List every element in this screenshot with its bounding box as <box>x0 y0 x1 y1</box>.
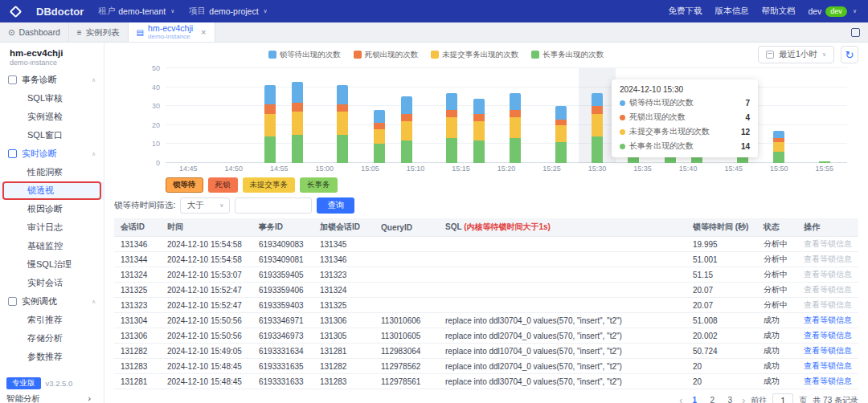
operator-select[interactable]: 大于 ∨ <box>180 197 230 214</box>
tab-active-instance[interactable]: ▤hm-ecv4chjidemo-instance× <box>129 22 215 42</box>
column-header[interactable]: 时间 <box>161 218 252 237</box>
column-header[interactable]: 会话ID <box>114 218 161 237</box>
project-select[interactable]: 项目 demo-project ∨ <box>189 6 267 17</box>
bar-segment <box>773 142 784 152</box>
sidebar-item[interactable]: 参数推荐 <box>0 348 104 366</box>
stacked-bar[interactable] <box>292 82 303 163</box>
cell-sql <box>439 298 686 313</box>
column-header[interactable]: SQL (内核等待锁时间大于1s) <box>439 218 686 237</box>
query-button[interactable]: 查询 <box>317 197 354 214</box>
cell-session_id: 131325 <box>114 283 161 298</box>
page-button[interactable]: 3 <box>723 394 736 403</box>
table-row: 1312822024-12-10 15:49:05619333163413128… <box>114 344 858 359</box>
page-button[interactable]: 1 <box>688 394 701 403</box>
stacked-bar[interactable] <box>592 93 603 163</box>
gridline <box>166 67 847 68</box>
nav-link[interactable]: 版本信息 <box>714 6 748 17</box>
nav-link[interactable]: 帮助文档 <box>761 6 795 17</box>
stacked-bar[interactable] <box>555 106 567 163</box>
column-header[interactable]: QueryID <box>375 218 439 237</box>
stacked-bar[interactable] <box>374 110 385 163</box>
tab-item[interactable]: ≡实例列表 <box>69 22 129 42</box>
next-page-icon[interactable]: › <box>742 395 745 403</box>
cell-status: 成功 <box>757 344 797 359</box>
stacked-bar[interactable] <box>510 93 521 163</box>
legend-item[interactable]: 未提交事务出现的次数 <box>431 50 518 60</box>
filter-chip[interactable]: 长事务 <box>300 177 338 193</box>
sidebar-item[interactable]: 实时会话 <box>0 274 104 292</box>
sidebar-item[interactable]: 索引推荐 <box>0 311 104 329</box>
close-icon[interactable]: × <box>201 27 206 37</box>
view-lock-info-link[interactable]: 查看等锁信息 <box>804 377 852 385</box>
user-menu[interactable]: dev dev ∨ <box>808 6 857 17</box>
view-lock-info-link[interactable]: 查看等锁信息 <box>804 361 852 370</box>
cell-lock_session_id: 131281 <box>313 344 375 359</box>
sidebar-item[interactable]: 存储分析 <box>0 329 104 348</box>
bar-segment <box>555 120 567 125</box>
cell-query_id: 112978561 <box>375 374 439 389</box>
stacked-bar[interactable] <box>337 85 348 163</box>
cell-wait_time: 20.07 <box>686 298 757 313</box>
column-header[interactable]: 加锁会话ID <box>313 218 375 237</box>
column-header[interactable]: 操作 <box>797 218 858 237</box>
stacked-bar[interactable] <box>264 85 276 163</box>
y-axis-label: 20 <box>152 121 160 129</box>
sidebar-section[interactable]: 实时诊断∧ <box>0 145 104 163</box>
sidebar-item[interactable]: 审计日志 <box>0 218 104 237</box>
column-header[interactable]: 事务ID <box>252 218 313 237</box>
prev-page-icon[interactable]: ‹ <box>679 395 682 403</box>
series-dot-icon <box>620 144 625 149</box>
legend-item[interactable]: 长事务出现的次数 <box>531 50 604 60</box>
sidebar-item[interactable]: 基础监控 <box>0 237 104 255</box>
x-axis-labels: 14:4514:5014:5515:0015:0515:1015:1515:20… <box>166 163 847 174</box>
legend-item[interactable]: 死锁出现的次数 <box>354 50 419 60</box>
cell-txn_id: 6193331635 <box>252 359 313 374</box>
view-lock-info-link[interactable]: 查看等锁信息 <box>804 331 852 340</box>
smart-analysis-link[interactable]: 智能分析 › <box>6 393 97 403</box>
page-button[interactable]: 2 <box>706 394 719 403</box>
refresh-button[interactable]: ↻ <box>841 46 858 63</box>
sidebar-item[interactable]: 实例巡检 <box>0 108 104 126</box>
stacked-bar[interactable] <box>446 93 457 163</box>
tooltip-value: 4 <box>746 113 751 122</box>
column-header[interactable]: 状态 <box>757 218 797 237</box>
tenant-select[interactable]: 租户 demo-tenant ∨ <box>98 6 174 17</box>
view-lock-info-link[interactable]: 查看等锁信息 <box>804 346 852 355</box>
bar-segment <box>264 104 276 114</box>
sidebar-item[interactable]: 性能洞察 <box>0 163 104 181</box>
nav-link[interactable]: 免费下载 <box>668 6 702 17</box>
sidebar-section[interactable]: 实例调优∧ <box>0 292 104 311</box>
sidebar-item[interactable]: 慢SQL治理 <box>0 255 104 274</box>
filter-chip[interactable]: 未提交事务 <box>243 177 296 193</box>
sidebar-item[interactable]: 根因诊断 <box>0 200 104 218</box>
filter-value-input[interactable] <box>235 197 312 214</box>
section-label: 事务诊断 <box>22 74 57 86</box>
filter-chip[interactable]: 死锁 <box>208 177 238 193</box>
stacked-bar[interactable] <box>401 96 412 163</box>
bar-segment <box>337 104 348 112</box>
cell-txn_id: 6193346971 <box>252 313 313 328</box>
sidebar-item[interactable]: SQL窗口 <box>0 126 104 145</box>
x-axis-label: 14:50 <box>225 165 244 173</box>
lock-events-chart[interactable]: 2024-12-10 15:30 锁等待出现的次数7死锁出现的次数4未提交事务出… <box>166 68 847 163</box>
bar-segment <box>473 99 485 114</box>
sidebar-item[interactable]: 锁透视 <box>0 181 104 200</box>
tab-item[interactable]: ⊙Dashboard <box>0 22 69 42</box>
goto-page-input[interactable] <box>772 393 793 403</box>
legend-item[interactable]: 锁等待出现的次数 <box>268 50 341 60</box>
cell-sql: replace into ddl20704_0 values(570, "ins… <box>439 328 686 344</box>
sidebar-section[interactable]: 事务诊断∧ <box>0 71 104 89</box>
fullscreen-icon[interactable] <box>851 28 860 37</box>
stacked-bar[interactable] <box>773 131 784 163</box>
cell-query_id: 112978562 <box>375 359 439 374</box>
bar-segment <box>473 121 485 140</box>
stacked-bar[interactable] <box>473 99 485 163</box>
cell-query_id <box>375 237 439 252</box>
view-lock-info-link[interactable]: 查看等锁信息 <box>804 315 852 324</box>
sidebar: hm-ecv4chji demo-instance 事务诊断∧SQL审核实例巡检… <box>0 43 104 403</box>
time-range-picker[interactable]: 最近1小时 ∨ <box>758 46 834 63</box>
sidebar-item[interactable]: SQL审核 <box>0 89 104 108</box>
column-header[interactable]: 锁等待时间 (秒) <box>686 218 757 237</box>
cell-sql: replace into ddl30704_0 values(570, "ins… <box>439 374 686 389</box>
filter-chip[interactable]: 锁等待 <box>166 177 203 193</box>
